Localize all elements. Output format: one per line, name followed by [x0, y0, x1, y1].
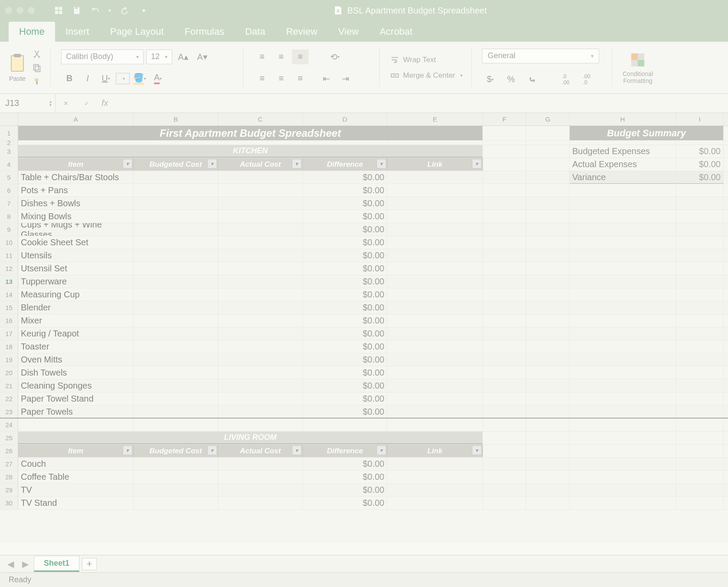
cell[interactable]: [676, 141, 724, 145]
copy-icon[interactable]: [32, 63, 42, 73]
link-cell[interactable]: [387, 353, 483, 366]
cell[interactable]: [483, 432, 526, 444]
cell[interactable]: [570, 484, 676, 496]
cell[interactable]: [676, 458, 724, 470]
item-cell[interactable]: Cups + Mugs + Wine Glasses: [18, 223, 134, 236]
cell[interactable]: [483, 419, 526, 431]
row-header[interactable]: 1: [0, 126, 18, 140]
link-cell[interactable]: [387, 327, 483, 340]
cell[interactable]: [134, 419, 218, 431]
link-cell[interactable]: [387, 262, 483, 275]
increase-decimal-icon[interactable]: .0.00: [557, 72, 574, 87]
row-header[interactable]: 10: [0, 236, 18, 249]
col-H[interactable]: H: [570, 113, 676, 125]
worksheet[interactable]: 1First Apartment Budget SpreadsheetBudge…: [0, 126, 728, 543]
col-F[interactable]: F: [483, 113, 526, 125]
difference-cell[interactable]: $0.00: [303, 366, 387, 379]
row-header[interactable]: 13: [0, 275, 18, 288]
column-header[interactable]: Item▾: [18, 445, 134, 457]
item-cell[interactable]: Paper Towels: [18, 406, 134, 418]
difference-cell[interactable]: $0.00: [303, 471, 387, 483]
currency-button[interactable]: $▾: [482, 72, 498, 87]
comma-button[interactable]: ⤿: [524, 72, 540, 87]
item-cell[interactable]: Utensils: [18, 249, 134, 262]
budgeted-cell[interactable]: [134, 197, 218, 210]
cell[interactable]: [526, 141, 570, 145]
difference-cell[interactable]: $0.00: [303, 236, 387, 249]
increase-font-icon[interactable]: A▴: [175, 49, 191, 64]
item-cell[interactable]: Paper Towel Stand: [18, 392, 134, 405]
col-I[interactable]: I: [676, 113, 724, 125]
difference-cell[interactable]: $0.00: [303, 262, 387, 275]
budgeted-cell[interactable]: [134, 314, 218, 327]
filter-dropdown-icon[interactable]: ▾: [292, 159, 302, 168]
cell[interactable]: [526, 432, 570, 444]
align-center-icon[interactable]: ≡: [273, 71, 289, 86]
difference-cell[interactable]: $0.00: [303, 275, 387, 288]
link-cell[interactable]: [387, 392, 483, 405]
fill-color-button[interactable]: 🪣▾: [131, 71, 148, 86]
column-header[interactable]: Budgeted Cost▾: [134, 158, 218, 171]
format-painter-icon[interactable]: [32, 77, 42, 86]
budgeted-cell[interactable]: [134, 340, 218, 353]
difference-cell[interactable]: $0.00: [303, 406, 387, 418]
cell[interactable]: [387, 419, 483, 431]
cell[interactable]: [676, 471, 724, 483]
link-cell[interactable]: [387, 249, 483, 262]
cell[interactable]: [526, 471, 570, 483]
tab-formulas[interactable]: Formulas: [174, 22, 235, 42]
decrease-font-icon[interactable]: A▾: [194, 49, 210, 64]
summary-budgeted-value[interactable]: $0.00: [676, 145, 724, 158]
difference-cell[interactable]: $0.00: [303, 353, 387, 366]
difference-cell[interactable]: $0.00: [303, 497, 387, 509]
enter-formula-icon[interactable]: ✓: [76, 100, 97, 107]
item-cell[interactable]: Toaster: [18, 340, 134, 353]
column-header[interactable]: Budgeted Cost▾: [134, 445, 218, 457]
link-cell[interactable]: [387, 171, 483, 184]
difference-cell[interactable]: $0.00: [303, 184, 387, 197]
cell[interactable]: [676, 419, 724, 431]
actual-cell[interactable]: [218, 314, 303, 327]
column-header[interactable]: Actual Cost▾: [218, 158, 303, 171]
summary-label[interactable]: Actual Expenses: [570, 158, 676, 171]
align-middle-icon[interactable]: ≡: [273, 49, 289, 64]
cell[interactable]: [483, 484, 526, 496]
budgeted-cell[interactable]: [134, 223, 218, 236]
budgeted-cell[interactable]: [134, 327, 218, 340]
merge-center-button[interactable]: Merge & Center▾: [390, 71, 462, 80]
paste-button[interactable]: Paste: [7, 53, 28, 82]
actual-cell[interactable]: [218, 210, 303, 223]
link-cell[interactable]: [387, 340, 483, 353]
font-name-select[interactable]: Calibri (Body): [61, 49, 144, 64]
row-header[interactable]: 4: [0, 158, 18, 171]
row-header[interactable]: 2: [0, 141, 18, 145]
summary-variance-value[interactable]: $0.00: [676, 171, 724, 184]
row-header[interactable]: 7: [0, 197, 18, 210]
difference-cell[interactable]: $0.00: [303, 340, 387, 353]
wrap-text-button[interactable]: Wrap Text: [390, 55, 462, 65]
actual-cell[interactable]: [218, 301, 303, 314]
actual-cell[interactable]: [218, 353, 303, 366]
cell[interactable]: [570, 141, 676, 145]
col-D[interactable]: D: [303, 113, 387, 125]
actual-cell[interactable]: [218, 249, 303, 262]
cell[interactable]: [134, 141, 218, 145]
tab-home[interactable]: Home: [9, 22, 55, 42]
item-cell[interactable]: Dish Towels: [18, 366, 134, 379]
row-header[interactable]: 23: [0, 406, 18, 418]
summary-variance-label[interactable]: Variance: [570, 171, 676, 184]
link-cell[interactable]: [387, 288, 483, 301]
actual-cell[interactable]: [218, 406, 303, 418]
col-B[interactable]: B: [134, 113, 218, 125]
filter-dropdown-icon[interactable]: ▾: [377, 159, 386, 168]
budgeted-cell[interactable]: [134, 171, 218, 184]
budgeted-cell[interactable]: [134, 288, 218, 301]
row-header[interactable]: 16: [0, 314, 18, 327]
actual-cell[interactable]: [218, 275, 303, 288]
column-header[interactable]: Item▾: [18, 158, 134, 171]
budgeted-cell[interactable]: [134, 275, 218, 288]
col-A[interactable]: A: [18, 113, 134, 125]
close-window-icon[interactable]: [5, 7, 12, 14]
border-button[interactable]: ▾: [116, 73, 130, 84]
cell[interactable]: [483, 458, 526, 470]
